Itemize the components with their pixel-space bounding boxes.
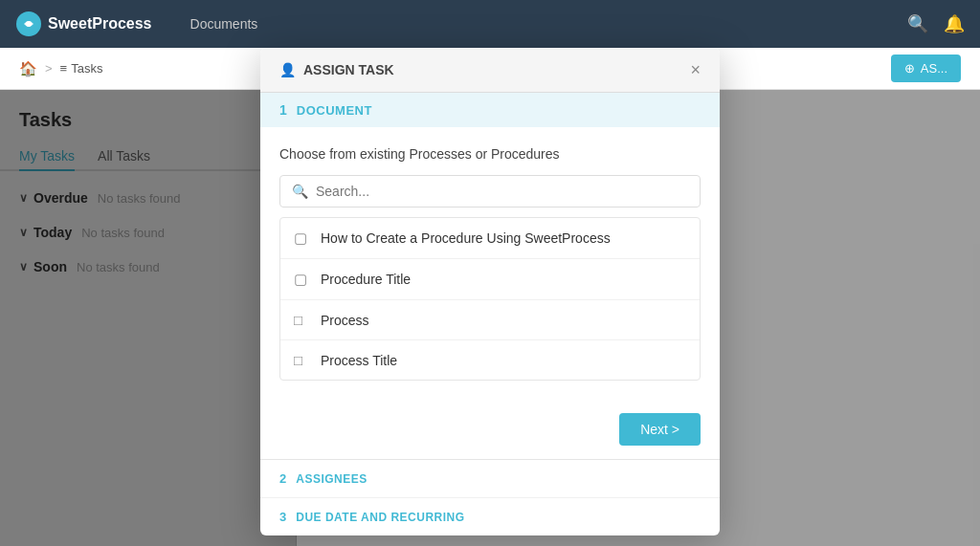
process-icon: □ <box>294 312 309 328</box>
sweetprocess-logo-icon <box>15 11 42 37</box>
search-icon: 🔍 <box>292 184 308 199</box>
doc-item-label: Procedure Title <box>321 272 411 287</box>
list-item[interactable]: ▢ Procedure Title <box>280 259 700 300</box>
nav-icons: 🔍 🔔 <box>907 13 965 34</box>
step1-number: 1 <box>279 102 287 118</box>
modal-body: Choose from existing Processes or Proced… <box>260 127 720 400</box>
home-icon[interactable]: 🏠 <box>19 60 37 77</box>
list-icon: ≡ <box>60 61 68 76</box>
nav-links: Documents <box>175 0 907 48</box>
svg-point-1 <box>26 21 32 27</box>
doc-item-label: How to Create a Procedure Using SweetPro… <box>321 230 611 246</box>
step1-header: 1 DOCUMENT <box>260 93 720 127</box>
step1-label: DOCUMENT <box>297 103 372 118</box>
plus-icon: ⊕ <box>904 61 915 76</box>
list-item[interactable]: □ Process <box>280 300 700 340</box>
person-icon: 👤 <box>279 62 296 77</box>
modal-close-button[interactable]: × <box>690 61 701 78</box>
doc-item-label: Process <box>321 313 369 328</box>
modal-subtitle: Choose from existing Processes or Proced… <box>279 146 701 162</box>
breadcrumb-separator: > <box>45 61 53 76</box>
nav-documents[interactable]: Documents <box>175 0 274 48</box>
list-item[interactable]: ▢ How to Create a Procedure Using SweetP… <box>280 218 700 259</box>
step3-footer[interactable]: 3 DUE DATE AND RECURRING <box>260 498 720 535</box>
assign-task-button[interactable]: ⊕ AS... <box>891 55 961 82</box>
step3-number: 3 <box>279 510 286 524</box>
procedure-icon: ▢ <box>294 271 309 288</box>
logo[interactable]: SweetProcess <box>15 11 152 37</box>
breadcrumb: 🏠 > ≡ Tasks <box>19 60 102 77</box>
process-icon: □ <box>294 352 309 368</box>
list-item[interactable]: □ Process Title <box>280 340 700 380</box>
modal-header: 👤 ASSIGN TASK × <box>260 48 720 93</box>
search-nav-button[interactable]: 🔍 <box>907 13 928 34</box>
assign-task-modal: 👤 ASSIGN TASK × 1 DOCUMENT Choose from e… <box>260 48 720 535</box>
logo-text: SweetProcess <box>48 15 152 33</box>
next-button[interactable]: Next > <box>619 413 701 446</box>
search-input[interactable] <box>316 184 688 199</box>
search-box[interactable]: 🔍 <box>279 175 701 207</box>
notifications-button[interactable]: 🔔 <box>944 13 965 34</box>
step2-number: 2 <box>279 471 286 486</box>
top-navigation: SweetProcess Documents 🔍 🔔 <box>0 0 980 48</box>
step2-footer[interactable]: 2 ASSIGNEES <box>260 460 720 498</box>
modal-footer-steps: 2 ASSIGNEES 3 DUE DATE AND RECURRING <box>260 459 720 535</box>
main-content: Tasks My Tasks All Tasks ∨ Overdue No ta… <box>0 90 980 546</box>
step3-label: DUE DATE AND RECURRING <box>296 511 464 524</box>
procedure-icon: ▢ <box>294 229 309 247</box>
modal-footer: Next > <box>260 400 720 459</box>
modal-title: 👤 ASSIGN TASK <box>279 62 394 77</box>
doc-item-label: Process Title <box>321 353 397 368</box>
document-list: ▢ How to Create a Procedure Using SweetP… <box>279 217 701 381</box>
breadcrumb-tasks[interactable]: ≡ Tasks <box>60 61 103 76</box>
step2-label: ASSIGNEES <box>296 472 368 486</box>
